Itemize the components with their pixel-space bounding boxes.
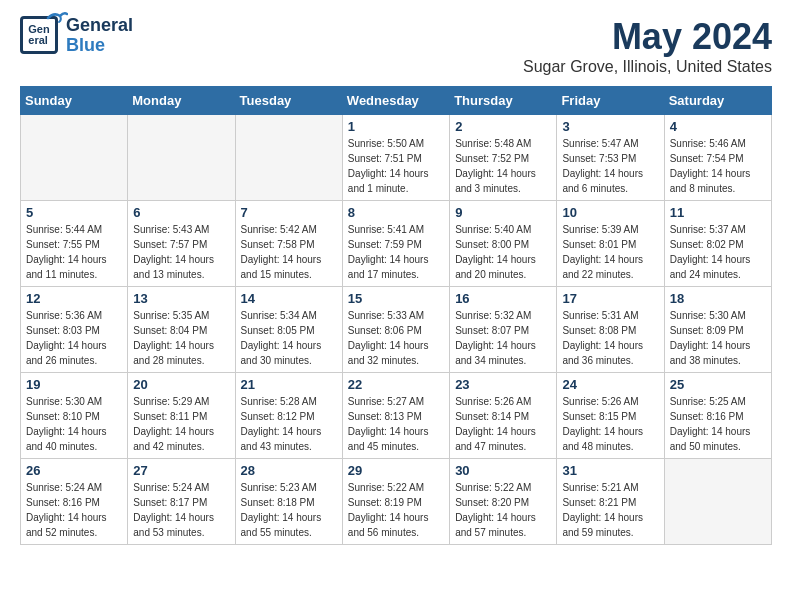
day-number: 3 [562,119,658,134]
day-info: Sunrise: 5:24 AM Sunset: 8:17 PM Dayligh… [133,480,229,540]
day-cell: 7Sunrise: 5:42 AM Sunset: 7:58 PM Daylig… [235,201,342,287]
day-number: 26 [26,463,122,478]
day-info: Sunrise: 5:35 AM Sunset: 8:04 PM Dayligh… [133,308,229,368]
day-info: Sunrise: 5:23 AM Sunset: 8:18 PM Dayligh… [241,480,337,540]
day-info: Sunrise: 5:30 AM Sunset: 8:09 PM Dayligh… [670,308,766,368]
day-info: Sunrise: 5:47 AM Sunset: 7:53 PM Dayligh… [562,136,658,196]
day-cell: 26Sunrise: 5:24 AM Sunset: 8:16 PM Dayli… [21,459,128,545]
day-info: Sunrise: 5:42 AM Sunset: 7:58 PM Dayligh… [241,222,337,282]
day-cell: 29Sunrise: 5:22 AM Sunset: 8:19 PM Dayli… [342,459,449,545]
day-info: Sunrise: 5:32 AM Sunset: 8:07 PM Dayligh… [455,308,551,368]
day-info: Sunrise: 5:44 AM Sunset: 7:55 PM Dayligh… [26,222,122,282]
day-cell: 3Sunrise: 5:47 AM Sunset: 7:53 PM Daylig… [557,115,664,201]
day-number: 27 [133,463,229,478]
day-number: 28 [241,463,337,478]
day-number: 12 [26,291,122,306]
day-cell: 24Sunrise: 5:26 AM Sunset: 8:15 PM Dayli… [557,373,664,459]
day-info: Sunrise: 5:27 AM Sunset: 8:13 PM Dayligh… [348,394,444,454]
day-number: 22 [348,377,444,392]
day-cell [128,115,235,201]
day-number: 31 [562,463,658,478]
day-number: 8 [348,205,444,220]
day-cell: 10Sunrise: 5:39 AM Sunset: 8:01 PM Dayli… [557,201,664,287]
day-info: Sunrise: 5:22 AM Sunset: 8:20 PM Dayligh… [455,480,551,540]
day-cell: 30Sunrise: 5:22 AM Sunset: 8:20 PM Dayli… [450,459,557,545]
day-number: 17 [562,291,658,306]
day-cell: 20Sunrise: 5:29 AM Sunset: 8:11 PM Dayli… [128,373,235,459]
day-cell: 21Sunrise: 5:28 AM Sunset: 8:12 PM Dayli… [235,373,342,459]
col-header-sunday: Sunday [21,87,128,115]
main-title: May 2024 [523,16,772,58]
day-info: Sunrise: 5:28 AM Sunset: 8:12 PM Dayligh… [241,394,337,454]
header: General General Blue May 2024 Sugar Grov… [20,16,772,76]
day-number: 21 [241,377,337,392]
col-header-tuesday: Tuesday [235,87,342,115]
day-cell: 1Sunrise: 5:50 AM Sunset: 7:51 PM Daylig… [342,115,449,201]
header-row: SundayMondayTuesdayWednesdayThursdayFrid… [21,87,772,115]
col-header-wednesday: Wednesday [342,87,449,115]
day-number: 13 [133,291,229,306]
week-row-2: 5Sunrise: 5:44 AM Sunset: 7:55 PM Daylig… [21,201,772,287]
day-number: 16 [455,291,551,306]
day-info: Sunrise: 5:26 AM Sunset: 8:14 PM Dayligh… [455,394,551,454]
day-cell: 17Sunrise: 5:31 AM Sunset: 8:08 PM Dayli… [557,287,664,373]
day-number: 23 [455,377,551,392]
day-info: Sunrise: 5:41 AM Sunset: 7:59 PM Dayligh… [348,222,444,282]
day-cell: 13Sunrise: 5:35 AM Sunset: 8:04 PM Dayli… [128,287,235,373]
day-cell: 27Sunrise: 5:24 AM Sunset: 8:17 PM Dayli… [128,459,235,545]
day-cell [664,459,771,545]
day-number: 5 [26,205,122,220]
week-row-1: 1Sunrise: 5:50 AM Sunset: 7:51 PM Daylig… [21,115,772,201]
day-cell: 31Sunrise: 5:21 AM Sunset: 8:21 PM Dayli… [557,459,664,545]
day-number: 19 [26,377,122,392]
day-cell: 23Sunrise: 5:26 AM Sunset: 8:14 PM Dayli… [450,373,557,459]
day-info: Sunrise: 5:22 AM Sunset: 8:19 PM Dayligh… [348,480,444,540]
day-number: 10 [562,205,658,220]
day-cell: 28Sunrise: 5:23 AM Sunset: 8:18 PM Dayli… [235,459,342,545]
day-number: 30 [455,463,551,478]
day-cell: 25Sunrise: 5:25 AM Sunset: 8:16 PM Dayli… [664,373,771,459]
day-cell [235,115,342,201]
col-header-saturday: Saturday [664,87,771,115]
logo-line1: General [66,16,133,36]
week-row-3: 12Sunrise: 5:36 AM Sunset: 8:03 PM Dayli… [21,287,772,373]
day-cell: 22Sunrise: 5:27 AM Sunset: 8:13 PM Dayli… [342,373,449,459]
day-cell: 12Sunrise: 5:36 AM Sunset: 8:03 PM Dayli… [21,287,128,373]
day-info: Sunrise: 5:25 AM Sunset: 8:16 PM Dayligh… [670,394,766,454]
day-info: Sunrise: 5:30 AM Sunset: 8:10 PM Dayligh… [26,394,122,454]
day-number: 9 [455,205,551,220]
day-cell: 8Sunrise: 5:41 AM Sunset: 7:59 PM Daylig… [342,201,449,287]
day-cell: 2Sunrise: 5:48 AM Sunset: 7:52 PM Daylig… [450,115,557,201]
day-number: 29 [348,463,444,478]
week-row-5: 26Sunrise: 5:24 AM Sunset: 8:16 PM Dayli… [21,459,772,545]
day-info: Sunrise: 5:46 AM Sunset: 7:54 PM Dayligh… [670,136,766,196]
col-header-monday: Monday [128,87,235,115]
day-number: 11 [670,205,766,220]
col-header-friday: Friday [557,87,664,115]
day-cell: 9Sunrise: 5:40 AM Sunset: 8:00 PM Daylig… [450,201,557,287]
day-number: 15 [348,291,444,306]
day-cell: 16Sunrise: 5:32 AM Sunset: 8:07 PM Dayli… [450,287,557,373]
subtitle: Sugar Grove, Illinois, United States [523,58,772,76]
day-info: Sunrise: 5:31 AM Sunset: 8:08 PM Dayligh… [562,308,658,368]
day-number: 6 [133,205,229,220]
day-info: Sunrise: 5:26 AM Sunset: 8:15 PM Dayligh… [562,394,658,454]
day-info: Sunrise: 5:37 AM Sunset: 8:02 PM Dayligh… [670,222,766,282]
day-info: Sunrise: 5:33 AM Sunset: 8:06 PM Dayligh… [348,308,444,368]
day-info: Sunrise: 5:24 AM Sunset: 8:16 PM Dayligh… [26,480,122,540]
calendar: SundayMondayTuesdayWednesdayThursdayFrid… [20,86,772,545]
day-cell: 6Sunrise: 5:43 AM Sunset: 7:57 PM Daylig… [128,201,235,287]
week-row-4: 19Sunrise: 5:30 AM Sunset: 8:10 PM Dayli… [21,373,772,459]
day-number: 24 [562,377,658,392]
day-info: Sunrise: 5:39 AM Sunset: 8:01 PM Dayligh… [562,222,658,282]
day-cell [21,115,128,201]
logo: General General Blue [20,16,133,56]
logo-line2: Blue [66,36,133,56]
day-cell: 14Sunrise: 5:34 AM Sunset: 8:05 PM Dayli… [235,287,342,373]
day-info: Sunrise: 5:21 AM Sunset: 8:21 PM Dayligh… [562,480,658,540]
day-number: 2 [455,119,551,134]
day-number: 18 [670,291,766,306]
day-cell: 5Sunrise: 5:44 AM Sunset: 7:55 PM Daylig… [21,201,128,287]
day-info: Sunrise: 5:29 AM Sunset: 8:11 PM Dayligh… [133,394,229,454]
day-number: 20 [133,377,229,392]
